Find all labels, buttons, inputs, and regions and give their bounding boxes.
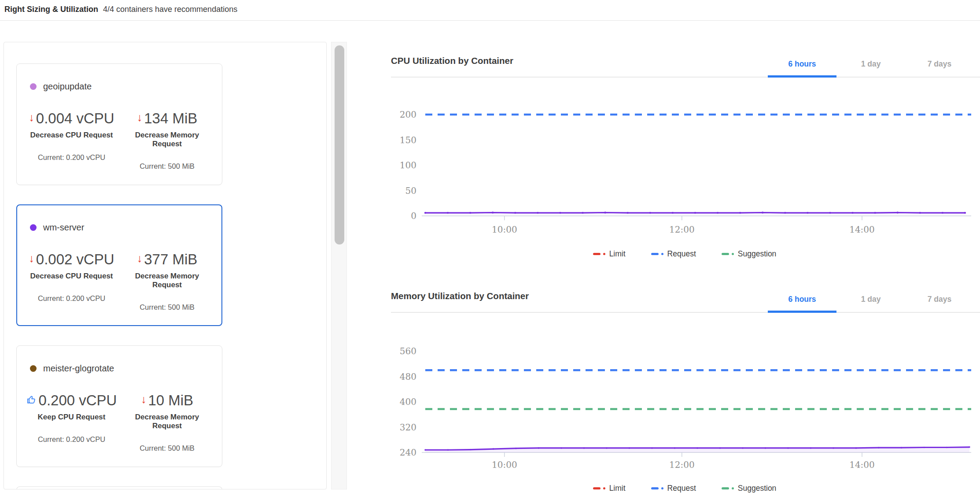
memory-current-value: Current: 500 MiB — [119, 444, 215, 452]
svg-text:200: 200 — [400, 109, 416, 120]
legend-item-request[interactable]: Request — [651, 484, 696, 493]
cpu-action-label: Decrease CPU Request — [24, 131, 119, 140]
svg-text:150: 150 — [400, 135, 416, 145]
container-card-wm-server[interactable]: wm-server ↓ 0.002 vCPU Decrease CPU Requ… — [16, 204, 222, 326]
cpu-recommendation: ↓ 0.200 vCPU Keep CPU Request Current: 0… — [24, 392, 119, 452]
cpu-chart-legend: Limit Request Suggestion — [392, 249, 977, 259]
container-name: geoipupdate — [43, 82, 92, 92]
svg-text:14:00: 14:00 — [849, 460, 875, 470]
container-color-dot — [30, 224, 37, 231]
tab-7-days[interactable]: 7 days — [905, 57, 974, 78]
memory-recommendation-value: 10 MiB — [148, 392, 193, 409]
decrease-arrow-icon: ↓ — [137, 252, 143, 265]
memory-recommendation-value: 377 MiB — [144, 251, 197, 268]
page-title-text: Right Sizing & Utilization — [4, 5, 98, 14]
suggestion-dash-icon — [722, 253, 734, 255]
legend-item-request[interactable]: Request — [651, 249, 696, 259]
cpu-current-value: Current: 0.200 vCPU — [24, 435, 119, 444]
svg-text:560: 560 — [400, 346, 416, 356]
memory-current-value: Current: 500 MiB — [119, 303, 215, 311]
svg-text:14:00: 14:00 — [849, 224, 875, 235]
suggestion-dash-icon — [722, 487, 734, 489]
request-dash-icon — [651, 487, 663, 489]
svg-text:0: 0 — [411, 211, 416, 221]
memory-chart-title: Memory Utilization by Container — [391, 291, 529, 301]
container-name: meister-glogrotate — [43, 363, 114, 374]
page-title: Right Sizing & Utilization 4/4 container… — [4, 5, 237, 14]
cpu-current-value: Current: 0.200 vCPU — [24, 153, 119, 162]
legend-item-suggestion[interactable]: Suggestion — [722, 249, 777, 259]
next-container-card-partial[interactable] — [16, 486, 222, 489]
svg-text:12:00: 12:00 — [669, 460, 695, 470]
memory-time-range-tabs: 6 hours 1 day 7 days — [768, 292, 974, 313]
svg-text:12:00: 12:00 — [669, 224, 695, 235]
memory-recommendation: ↓ 134 MiB Decrease Memory Request Curren… — [119, 110, 215, 170]
cpu-recommendation: ↓ 0.002 vCPU Decrease CPU Request Curren… — [24, 251, 119, 311]
tab-1-day[interactable]: 1 day — [836, 292, 905, 313]
memory-recommendation-value: 134 MiB — [144, 110, 197, 127]
legend-item-limit[interactable]: Limit — [593, 484, 626, 493]
svg-text:50: 50 — [405, 185, 416, 196]
cpu-current-value: Current: 0.200 vCPU — [24, 294, 119, 303]
request-dash-icon — [651, 253, 663, 255]
cpu-utilization-chart: 05010015020010:0012:0014:00 — [392, 84, 977, 247]
tab-6-hours[interactable]: 6 hours — [768, 292, 836, 313]
decrease-arrow-icon: ↓ — [141, 393, 147, 406]
svg-text:480: 480 — [400, 371, 416, 382]
cpu-chart-header: CPU Utilization by Container 6 hours 1 d… — [391, 52, 980, 78]
memory-chart-legend: Limit Request Suggestion — [392, 484, 977, 493]
svg-text:320: 320 — [400, 422, 416, 433]
limit-dash-icon — [593, 487, 605, 489]
decrease-arrow-icon: ↓ — [29, 111, 34, 124]
memory-action-label: Decrease Memory Request — [119, 272, 215, 289]
cpu-recommendation-value: 0.200 vCPU — [39, 392, 117, 409]
svg-text:10:00: 10:00 — [492, 224, 517, 235]
container-color-dot — [30, 83, 37, 90]
memory-chart-header: Memory Utilization by Container 6 hours … — [391, 287, 980, 313]
cpu-chart-title: CPU Utilization by Container — [391, 56, 513, 66]
memory-action-label: Decrease Memory Request — [119, 413, 215, 430]
tab-6-hours[interactable]: 6 hours — [768, 57, 836, 78]
memory-action-label: Decrease Memory Request — [119, 131, 215, 148]
scrollbar-thumb[interactable] — [335, 45, 344, 245]
cpu-recommendation-value: 0.002 vCPU — [36, 251, 114, 268]
svg-text:400: 400 — [400, 397, 416, 407]
memory-recommendation: ↓ 377 MiB Decrease Memory Request Curren… — [119, 251, 215, 311]
limit-dash-icon — [593, 253, 605, 255]
decrease-arrow-icon: ↓ — [137, 111, 143, 124]
svg-text:240: 240 — [400, 447, 416, 458]
memory-recommendation: ↓ 10 MiB Decrease Memory Request Current… — [119, 392, 215, 452]
tab-7-days[interactable]: 7 days — [905, 292, 974, 313]
tab-1-day[interactable]: 1 day — [836, 57, 905, 78]
legend-item-limit[interactable]: Limit — [593, 249, 626, 259]
container-name: wm-server — [43, 222, 84, 233]
memory-current-value: Current: 500 MiB — [119, 162, 215, 170]
memory-utilization-chart: 24032040048056010:0012:0014:00 — [392, 318, 977, 472]
cpu-recommendation-value: 0.004 vCPU — [36, 110, 114, 127]
container-color-dot — [30, 365, 37, 372]
container-card-meister-glogrotate[interactable]: meister-glogrotate ↓ 0.200 vCPU Keep CPU… — [16, 345, 222, 467]
legend-item-suggestion[interactable]: Suggestion — [722, 484, 777, 493]
container-list-panel: geoipupdate ↓ 0.004 vCPU Decrease CPU Re… — [4, 42, 327, 489]
cpu-time-range-tabs: 6 hours 1 day 7 days — [768, 57, 974, 78]
cpu-action-label: Keep CPU Request — [24, 413, 119, 422]
cpu-recommendation: ↓ 0.004 vCPU Decrease CPU Request Curren… — [24, 110, 119, 170]
header-divider — [0, 20, 980, 21]
svg-text:10:00: 10:00 — [492, 460, 517, 470]
thumbs-up-icon — [26, 394, 37, 405]
cpu-action-label: Decrease CPU Request — [24, 272, 119, 281]
container-card-geoipupdate[interactable]: geoipupdate ↓ 0.004 vCPU Decrease CPU Re… — [16, 63, 222, 185]
decrease-arrow-icon: ↓ — [29, 252, 34, 265]
page-subtitle: 4/4 containers have recommendations — [103, 5, 237, 14]
svg-text:100: 100 — [400, 160, 416, 170]
